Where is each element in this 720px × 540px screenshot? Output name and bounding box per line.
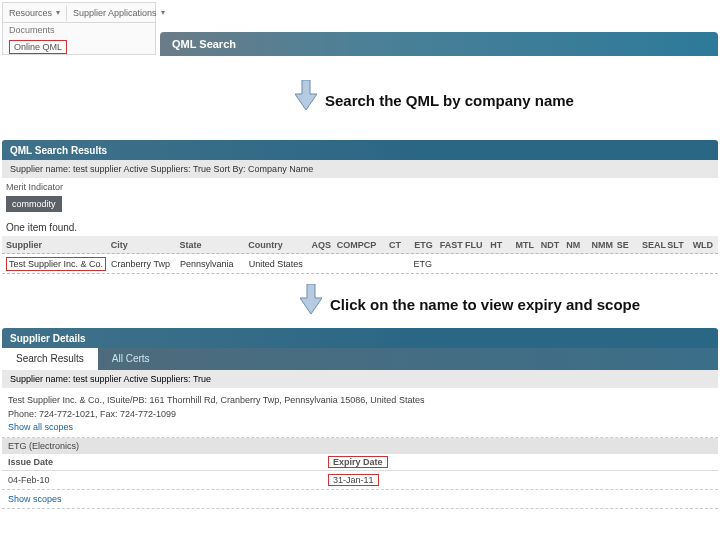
col-fast: FAST bbox=[440, 240, 465, 250]
details-criteria: Supplier name: test supplier Active Supp… bbox=[2, 370, 718, 388]
col-state: State bbox=[180, 240, 249, 250]
col-seal: SEAL bbox=[642, 240, 667, 250]
etg-category: ETG (Electronics) bbox=[2, 438, 718, 454]
col-wld: WLD bbox=[693, 240, 718, 250]
address-line1: Test Supplier Inc. & Co., ISuite/PB: 161… bbox=[8, 394, 712, 408]
col-slt: SLT bbox=[667, 240, 692, 250]
menu-documents[interactable]: Documents bbox=[3, 23, 155, 37]
results-table: Supplier City State Country AQS COMP CP … bbox=[2, 236, 718, 274]
dates-row: 04-Feb-10 31-Jan-11 bbox=[2, 471, 718, 490]
results-count: One item found. bbox=[6, 222, 77, 233]
col-ht: HT bbox=[490, 240, 515, 250]
col-etg: ETG bbox=[414, 240, 439, 250]
results-criteria: Supplier name: test supplier Active Supp… bbox=[2, 160, 718, 178]
details-title: Supplier Details bbox=[10, 333, 86, 344]
cell-etg: ETG bbox=[414, 259, 439, 269]
address-line2: Phone: 724-772-1021, Fax: 724-772-1099 bbox=[8, 408, 712, 422]
tab-search-results[interactable]: Search Results bbox=[2, 348, 98, 370]
col-mtl: MTL bbox=[516, 240, 541, 250]
address-block: Test Supplier Inc. & Co., ISuite/PB: 161… bbox=[2, 388, 718, 438]
tab-all-certs[interactable]: All Certs bbox=[98, 348, 164, 370]
col-nm: NM bbox=[566, 240, 591, 250]
merit-chip: commodity bbox=[6, 196, 62, 212]
menu-online-qml[interactable]: Online QML bbox=[9, 40, 67, 54]
menu-supplier-apps-label: Supplier Applications bbox=[73, 8, 157, 18]
cell-state: Pennsylvania bbox=[180, 259, 249, 269]
details-tabs: Search Results All Certs bbox=[2, 348, 718, 370]
menu-supplier-apps[interactable]: Supplier Applications ▾ bbox=[67, 5, 171, 21]
expiry-date-head: Expiry Date bbox=[328, 456, 388, 468]
show-all-scopes-link[interactable]: Show all scopes bbox=[8, 421, 712, 435]
supplier-link[interactable]: Test Supplier Inc. & Co. bbox=[6, 257, 106, 271]
arrow-down-icon bbox=[295, 80, 317, 110]
col-cp: CP bbox=[364, 240, 389, 250]
table-header-row: Supplier City State Country AQS COMP CP … bbox=[2, 236, 718, 254]
col-nmm: NMM bbox=[591, 240, 616, 250]
col-ct: CT bbox=[389, 240, 414, 250]
col-ndt: NDT bbox=[541, 240, 566, 250]
chevron-down-icon: ▾ bbox=[56, 8, 60, 17]
expiry-date-val: 31-Jan-11 bbox=[328, 474, 379, 486]
issue-date-head: Issue Date bbox=[8, 457, 328, 467]
merit-label: Merit Indicator bbox=[6, 182, 86, 192]
dates-header: Issue Date Expiry Date bbox=[2, 454, 718, 471]
table-row[interactable]: Test Supplier Inc. & Co. Cranberry Twp P… bbox=[2, 254, 718, 274]
callout-search: Search the QML by company name bbox=[325, 92, 574, 109]
chevron-down-icon: ▾ bbox=[161, 8, 165, 17]
top-left-menu: Resources ▾ Supplier Applications ▾ Docu… bbox=[2, 2, 156, 55]
results-title: QML Search Results bbox=[10, 145, 107, 156]
show-scopes-link[interactable]: Show scopes bbox=[2, 490, 718, 509]
merit-indicator: Merit Indicator commodity bbox=[6, 182, 86, 212]
arrow-down-icon bbox=[300, 284, 322, 314]
issue-date-val: 04-Feb-10 bbox=[8, 475, 328, 485]
details-area: Search Results All Certs Supplier name: … bbox=[2, 348, 718, 509]
header-title: QML Search bbox=[172, 38, 236, 50]
col-se: SE bbox=[617, 240, 642, 250]
col-comp: COMP bbox=[337, 240, 364, 250]
results-header: QML Search Results bbox=[2, 140, 718, 160]
cell-city: Cranberry Twp bbox=[111, 259, 180, 269]
callout-details: Click on the name to view expiry and sco… bbox=[330, 296, 640, 313]
col-supplier: Supplier bbox=[2, 240, 111, 250]
menu-resources[interactable]: Resources ▾ bbox=[3, 5, 67, 21]
col-aqs: AQS bbox=[311, 240, 336, 250]
col-flu: FLU bbox=[465, 240, 490, 250]
col-country: Country bbox=[248, 240, 311, 250]
col-city: City bbox=[111, 240, 180, 250]
cell-country: United States bbox=[249, 259, 312, 269]
qml-search-header: QML Search bbox=[160, 32, 718, 56]
details-header: Supplier Details bbox=[2, 328, 718, 348]
menu-resources-label: Resources bbox=[9, 8, 52, 18]
